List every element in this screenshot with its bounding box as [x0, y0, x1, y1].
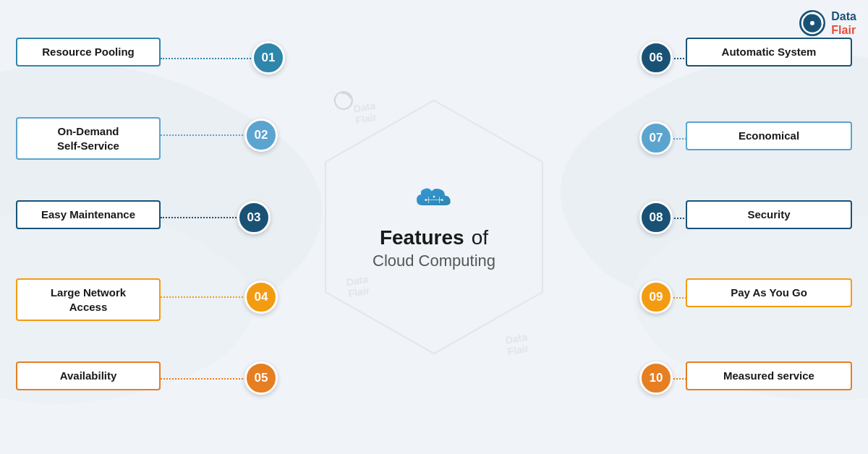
- main-subtitle: Cloud Computing: [373, 252, 495, 270]
- num-circle-10: 10: [639, 361, 673, 395]
- brand-name: Data Flair: [831, 9, 856, 37]
- feature-box-01: Resource Pooling: [16, 38, 161, 67]
- num-circle-05: 05: [244, 361, 278, 395]
- feature-box-08: Security: [686, 200, 852, 229]
- num-circle-06: 06: [639, 41, 673, 74]
- num-circle-01: 01: [252, 41, 285, 74]
- num-circle-04: 04: [244, 280, 278, 314]
- dot-line-02: [161, 134, 255, 136]
- dot-line-01: [161, 58, 262, 59]
- feature-box-07: Economical: [686, 121, 852, 150]
- dot-line-03: [161, 217, 247, 218]
- feature-box-03: Easy Maintenance: [16, 200, 161, 229]
- svg-point-4: [810, 21, 814, 25]
- dot-line-05: [161, 378, 255, 380]
- dot-line-04: [161, 296, 255, 298]
- feature-box-02: On-DemandSelf-Service: [16, 117, 161, 160]
- num-circle-03: 03: [237, 201, 271, 234]
- feature-box-09: Pay As You Go: [686, 278, 852, 307]
- brand-icon: [798, 9, 827, 38]
- num-circle-02: 02: [244, 119, 278, 152]
- feature-box-06: Automatic System: [686, 38, 852, 67]
- feature-box-10: Measured service: [686, 361, 852, 390]
- feature-box-04: Large NetworkAccess: [16, 278, 161, 321]
- svg-point-8: [425, 199, 427, 201]
- cloud-icon: [412, 184, 456, 213]
- main-title: Features of: [373, 221, 495, 250]
- num-circle-08: 08: [639, 201, 673, 234]
- brand-logo: Data Flair: [798, 9, 856, 38]
- num-circle-07: 07: [639, 121, 673, 155]
- center-content: Features of Cloud Computing: [373, 184, 495, 270]
- feature-box-05: Availability: [16, 361, 161, 390]
- num-circle-09: 09: [639, 280, 673, 314]
- svg-point-10: [441, 199, 443, 201]
- svg-point-9: [433, 195, 435, 197]
